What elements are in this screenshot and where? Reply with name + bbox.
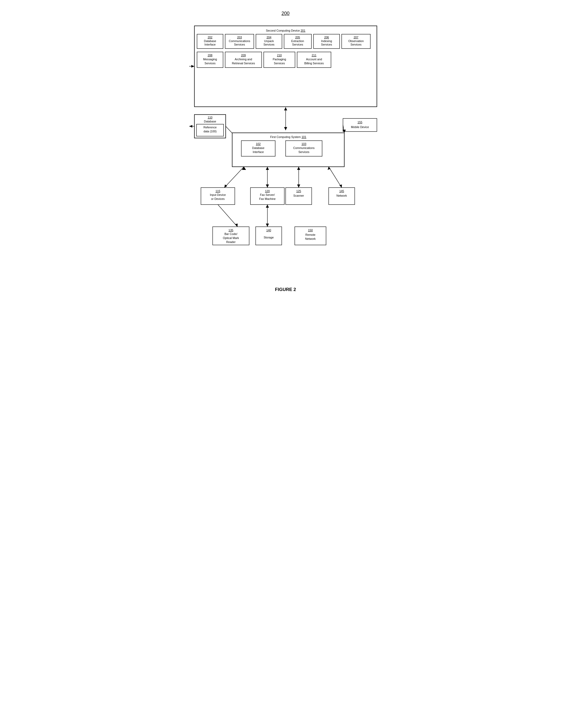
svg-text:Network: Network [305,237,316,240]
svg-text:Extraction: Extraction [291,39,304,42]
svg-text:Storage: Storage [263,236,273,239]
svg-text:Services: Services [350,43,361,46]
svg-text:140: 140 [266,229,271,232]
svg-text:First Computing System 101: First Computing System 101 [270,135,306,139]
page: 200 text { font-family: Arial, sans-seri… [181,5,390,298]
fig-number: 200 [187,11,385,16]
svg-text:Account and: Account and [306,58,322,61]
svg-text:Services: Services [205,62,216,65]
svg-marker-78 [297,167,300,170]
svg-text:203: 203 [237,36,242,39]
svg-text:Interface: Interface [252,150,264,154]
svg-marker-97 [266,224,269,227]
svg-text:209: 209 [241,54,246,57]
svg-marker-46 [191,65,194,68]
svg-text:Archiving and: Archiving and [234,58,252,61]
svg-text:Database: Database [204,120,216,123]
svg-text:Reference: Reference [203,126,216,129]
svg-text:Services: Services [292,43,303,46]
svg-marker-74 [266,184,269,188]
svg-marker-43 [284,127,287,130]
svg-text:150: 150 [308,229,313,232]
svg-text:Services: Services [234,43,245,46]
svg-text:Observation: Observation [348,39,364,42]
svg-text:Optical Mark: Optical Mark [223,236,239,240]
svg-marker-81 [327,167,330,170]
svg-text:103: 103 [302,142,306,146]
svg-text:120: 120 [265,189,269,193]
svg-marker-75 [266,167,269,170]
svg-text:Database: Database [204,39,216,42]
svg-line-70 [224,167,244,188]
svg-marker-56 [189,125,192,127]
svg-text:208: 208 [208,54,212,57]
svg-line-99 [218,204,237,227]
svg-text:Unpack: Unpack [264,39,274,42]
svg-text:Communications: Communications [293,146,315,150]
svg-text:Communications: Communications [229,39,250,42]
svg-text:145: 145 [339,189,344,193]
svg-text:206: 206 [324,36,329,39]
svg-text:data (100): data (100) [204,130,217,133]
svg-text:155: 155 [357,120,362,124]
svg-text:Input Device: Input Device [210,193,226,196]
svg-text:115: 115 [215,189,220,193]
svg-text:204: 204 [266,36,271,39]
svg-text:Services: Services [263,43,274,46]
svg-text:210: 210 [277,54,281,57]
svg-text:Database: Database [252,146,264,150]
svg-text:Mobile Device: Mobile Device [351,125,369,128]
svg-marker-80 [339,184,342,188]
svg-line-79 [329,167,342,188]
svg-text:Messaging: Messaging [203,58,217,61]
svg-text:207: 207 [353,36,358,39]
svg-text:135: 135 [228,229,233,232]
svg-text:202: 202 [208,36,212,39]
svg-text:Bar Code/: Bar Code/ [224,232,237,236]
svg-text:Scanner: Scanner [293,194,304,197]
figure-caption: FIGURE 2 [187,287,385,292]
svg-text:Second Computing Device 201: Second Computing Device 201 [266,29,306,32]
svg-text:102: 102 [256,142,260,146]
svg-text:Indexing: Indexing [321,39,332,42]
svg-text:Fax Machine: Fax Machine [259,197,275,200]
svg-text:Retrieval Services: Retrieval Services [232,62,255,65]
svg-marker-100 [235,224,238,227]
svg-text:Services: Services [298,150,309,154]
svg-text:211: 211 [312,54,316,57]
svg-text:Packaging: Packaging [272,58,286,61]
svg-marker-77 [297,184,300,188]
svg-marker-44 [284,107,287,110]
svg-text:Services: Services [274,62,285,65]
svg-text:Fax Server/: Fax Server/ [260,193,275,196]
svg-text:125: 125 [296,189,301,193]
svg-text:or Devices: or Devices [211,197,225,200]
diagram-svg: text { font-family: Arial, sans-serif; f… [187,21,385,282]
svg-text:Reader: Reader [226,240,236,244]
svg-text:Network: Network [336,194,347,197]
svg-text:205: 205 [295,36,300,39]
svg-text:Services: Services [321,43,332,46]
svg-text:Billing Services: Billing Services [304,62,324,65]
svg-text:110: 110 [208,116,212,119]
svg-marker-98 [266,204,269,208]
svg-text:Interface: Interface [204,43,216,46]
svg-text:Remote: Remote [305,233,315,236]
